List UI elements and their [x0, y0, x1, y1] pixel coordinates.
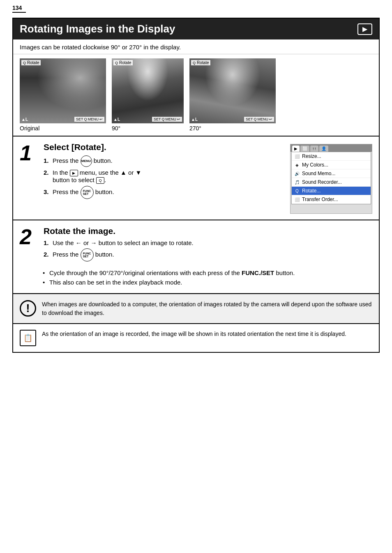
set-label-270: SET [246, 117, 253, 121]
img-270-label: 270° [189, 125, 201, 132]
img-90-placeholder: Q Rotate ▲L SET Q MENU ↩ [112, 58, 184, 123]
page-title: Rotating Images in the Display [20, 23, 175, 35]
q-label-original: Q [84, 117, 87, 121]
bullet-1: • Cycle through the 90°/270°/original or… [43, 269, 372, 276]
step1-instruction-3: 3. Press the FUNCSET button. [44, 186, 284, 199]
step2-section: 2 Rotate the image. 1. Use the ← or → bu… [13, 220, 379, 294]
img-270-bottom-bar: SET Q MENU ↩ [244, 117, 274, 122]
bullet-1-text: Cycle through the 90°/270°/original orie… [49, 269, 295, 276]
step1-num-2: 2. [44, 169, 51, 176]
step1-number: 1 [20, 142, 37, 164]
q-label-270: Q [254, 117, 256, 121]
img-90-top-bar: Q Rotate [113, 60, 133, 65]
menu-label-90: MENU [166, 117, 177, 121]
soundmemo-icon: 🔊 [294, 171, 300, 176]
set-label-90: SET [154, 117, 161, 121]
transfer-icon: ⬜ [294, 197, 300, 202]
caution-icon: ! [20, 300, 36, 317]
menu-item-transfer-label: Transfer Order... [302, 197, 338, 202]
soundrecorder-icon: 🎵 [294, 179, 300, 185]
step2-content: Rotate the image. 1. Use the ← or → butt… [44, 226, 372, 264]
intro-text: Images can be rotated clockwise 90° or 2… [13, 39, 379, 54]
step2-instruction-2: 2. Press the FUNCSET button. [44, 248, 372, 261]
menu-tab-person: 👤 [319, 146, 328, 152]
step1-list: 1. Press the MENU button. 2. In the ▶ me… [44, 155, 284, 199]
image-original: Q Rotate ▲L SET Q MENU ↩ Original [20, 58, 106, 132]
q-label-90: Q [161, 117, 164, 121]
menu-item-transfer: ⬜ Transfer Order... [292, 195, 371, 204]
img-original-label: Original [20, 125, 39, 132]
step2-row: 2 Rotate the image. 1. Use the ← or → bu… [13, 220, 379, 269]
menu-item-resize-label: Resize... [302, 153, 321, 159]
menu-item-soundmemo-label: Sound Memo... [302, 171, 335, 176]
img-90-top-label: Rotate [119, 60, 131, 65]
info-note-text: As the orientation of an image is record… [42, 330, 346, 338]
img-original-bottom-left: ▲L [21, 117, 28, 122]
step1-instruction-1: 1. Press the MENU button. [44, 155, 284, 167]
main-content-box: Rotating Images in the Display ▶ Images … [12, 18, 380, 353]
step1-title: Select [Rotate]. [44, 142, 284, 152]
step1-num-1: 1. [44, 157, 51, 164]
images-row: Q Rotate ▲L SET Q MENU ↩ Original Q Rota… [13, 54, 379, 137]
back-arrow-90: ↩ [177, 117, 180, 121]
step2-bullets: • Cycle through the 90°/270°/original or… [13, 269, 379, 293]
menu-tab-row: ▶ ⬜ ↑↑ 👤 [291, 144, 372, 152]
step2-text-2: Press the FUNCSET button. [53, 248, 114, 261]
img-original-top-bar: Q Rotate [21, 60, 41, 65]
step2-instruction-1: 1. Use the ← or → button to select an im… [44, 239, 372, 246]
menu-item-resize: ⬜ Resize... [292, 152, 371, 161]
caution-note-text: When images are downloaded to a computer… [42, 300, 372, 317]
set-label-original: SET [76, 117, 83, 121]
menu-item-mycolors-label: My Colors... [302, 162, 328, 168]
img-90-bottom-left: ▲L [113, 117, 120, 122]
rotate-icon-90: Q [115, 61, 118, 65]
step1-section: 1 Select [Rotate]. 1. Press the MENU but… [13, 137, 379, 220]
back-arrow-270: ↩ [269, 117, 272, 121]
bullet-2-text: This also can be set in the index playba… [49, 279, 182, 286]
img-90-label: 90° [112, 125, 120, 132]
menu-button-1: MENU [81, 155, 92, 167]
menu-label-original: MENU [88, 117, 99, 121]
step2-num-1: 1. [44, 239, 51, 246]
page-number: 134 [12, 5, 26, 13]
menu-item-rotate: Q Rotate... [292, 187, 371, 195]
menu-item-rotate-label: Rotate... [302, 188, 321, 194]
step2-title: Rotate the image. [44, 226, 372, 236]
img-90-bottom-bar: SET Q MENU ↩ [152, 117, 182, 122]
menu-tab-playback: ▶ [292, 146, 300, 152]
menu-item-soundmemo: 🔊 Sound Memo... [292, 169, 371, 178]
rotate-icon-270: Q [193, 61, 196, 65]
img-original-placeholder: Q Rotate ▲L SET Q MENU ↩ [20, 58, 106, 123]
step2-text-1: Use the ← or → button to select an image… [53, 239, 194, 246]
menu-item-soundrecorder-label: Sound Recorder... [302, 179, 342, 185]
step1-text-1: Press the MENU button. [53, 155, 113, 167]
step1-num-3: 3. [44, 188, 51, 195]
step1-menu-panel: ▶ ⬜ ↑↑ 👤 ⬜ Resize... ◈ My Colors... [290, 144, 372, 214]
img-original-bottom-bar: SET Q MENU ↩ [74, 117, 104, 122]
img-original-top-label: Rotate [27, 60, 39, 65]
step2-num-2: 2. [44, 251, 51, 258]
bullet-dot-1: • [43, 269, 47, 276]
menu-item-soundrecorder: 🎵 Sound Recorder... [292, 178, 371, 187]
func-set-button-2: FUNCSET [81, 248, 94, 261]
playback-menu-icon: ▶ [70, 170, 78, 176]
step1-content: Select [Rotate]. 1. Press the MENU butto… [44, 142, 284, 201]
image-270: Q Rotate ▲L SET Q MENU ↩ 270° [189, 58, 276, 132]
rotate-icon-original: Q [23, 61, 26, 65]
rotate-select-icon: Q [96, 177, 104, 184]
menu-label-270: MENU [258, 117, 269, 121]
title-row: Rotating Images in the Display ▶ [13, 19, 379, 39]
img-270-bottom-left: ▲L [191, 117, 198, 122]
bullet-dot-2: • [43, 279, 47, 286]
caution-note-box: ! When images are downloaded to a comput… [13, 294, 379, 323]
func-set-button-1: FUNCSET [81, 186, 94, 199]
info-note-box: 📋 As the orientation of an image is reco… [13, 323, 379, 352]
img-270-top-label: Rotate [197, 60, 209, 65]
step2-number: 2 [20, 226, 37, 248]
img-270-placeholder: Q Rotate ▲L SET Q MENU ↩ [189, 58, 276, 123]
img-270-top-bar: Q Rotate [191, 60, 210, 65]
step1-text-2: In the ▶ menu, use the ▲ or ▼button to s… [53, 169, 141, 184]
bullet-2: • This also can be set in the index play… [43, 279, 372, 286]
step2-list: 1. Use the ← or → button to select an im… [44, 239, 372, 261]
resize-icon: ⬜ [294, 153, 300, 159]
